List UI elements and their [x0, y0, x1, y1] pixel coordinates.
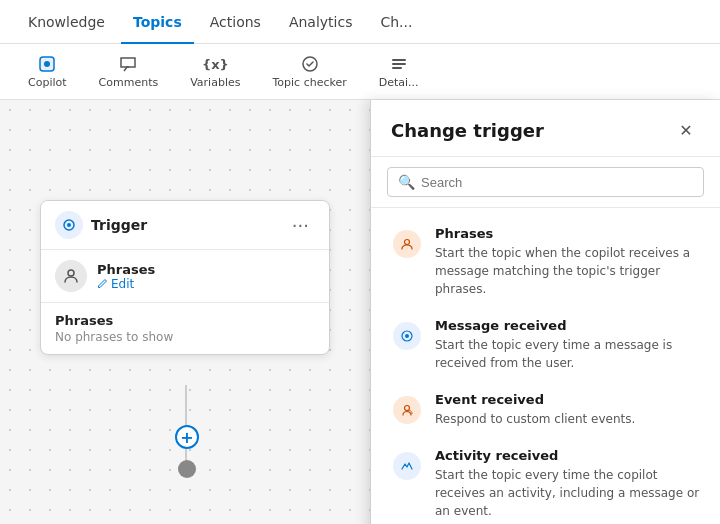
event-option-text: Event received Respond to custom client …	[435, 392, 700, 428]
option-message-received[interactable]: Message received Start the topic every t…	[371, 308, 720, 382]
nav-actions[interactable]: Actions	[198, 0, 273, 44]
connector-line-1	[185, 385, 187, 425]
option-activity-received[interactable]: Activity received Start the topic every …	[371, 438, 720, 524]
phrases-option-icon	[393, 230, 421, 258]
nav-analytics[interactable]: Analytics	[277, 0, 365, 44]
activity-option-desc: Start the topic every time the copilot r…	[435, 466, 700, 520]
message-option-text: Message received Start the topic every t…	[435, 318, 700, 372]
phrases-option-text: Phrases Start the topic when the copilot…	[435, 226, 700, 298]
toolbar-comments[interactable]: Comments	[87, 50, 171, 93]
svg-rect-3	[392, 59, 406, 61]
app-container: Knowledge Topics Actions Analytics Ch...…	[0, 0, 720, 524]
event-option-icon	[393, 396, 421, 424]
panel-close-button[interactable]: ✕	[672, 116, 700, 144]
trigger-card: Trigger ··· Phrases	[40, 200, 330, 355]
end-node	[178, 460, 196, 478]
phrases-section: Phrases Edit 👆	[41, 250, 329, 302]
activity-option-title: Activity received	[435, 448, 700, 463]
toolbar: Copilot Comments {x} Variables Topic c	[0, 44, 720, 100]
phrases-user-icon	[55, 260, 87, 292]
svg-point-8	[68, 270, 74, 276]
event-option-desc: Respond to custom client events.	[435, 410, 700, 428]
edit-phrases-button[interactable]: Edit	[97, 277, 155, 291]
add-step-button[interactable]: +	[175, 425, 199, 449]
content-area: Trigger ··· Phrases	[0, 100, 720, 524]
toolbar-variables[interactable]: {x} Variables	[178, 50, 252, 93]
phrases-option-title: Phrases	[435, 226, 700, 241]
activity-option-icon-wrap	[391, 450, 423, 482]
top-nav: Knowledge Topics Actions Analytics Ch...	[0, 0, 720, 44]
message-option-title: Message received	[435, 318, 700, 333]
message-option-icon	[393, 322, 421, 350]
toolbar-details[interactable]: Detai...	[367, 50, 431, 93]
message-option-desc: Start the topic every time a message is …	[435, 336, 700, 372]
activity-option-text: Activity received Start the topic every …	[435, 448, 700, 520]
phrases-text-column: Phrases Edit	[97, 262, 155, 291]
comments-icon	[118, 54, 138, 74]
search-icon: 🔍	[398, 174, 415, 190]
topic-checker-label: Topic checker	[272, 76, 346, 89]
panel-header: Change trigger ✕	[371, 100, 720, 157]
phrases-title: Phrases	[97, 262, 155, 277]
trigger-title-row: Trigger	[55, 211, 147, 239]
svg-point-7	[67, 223, 71, 227]
svg-point-12	[405, 406, 410, 411]
details-icon	[389, 54, 409, 74]
phrases-option-desc: Start the topic when the copilot receive…	[435, 244, 700, 298]
change-trigger-panel: Change trigger ✕ 🔍	[370, 100, 720, 524]
option-event-received[interactable]: Event received Respond to custom client …	[371, 382, 720, 438]
svg-rect-5	[392, 67, 402, 69]
details-label: Detai...	[379, 76, 419, 89]
trigger-more-button[interactable]: ···	[286, 213, 315, 238]
trigger-options-list: Phrases Start the topic when the copilot…	[371, 208, 720, 524]
topic-checker-icon	[300, 54, 320, 74]
search-box: 🔍	[387, 167, 704, 197]
phrases-info-subtitle: No phrases to show	[55, 330, 315, 344]
nav-knowledge[interactable]: Knowledge	[16, 0, 117, 44]
message-option-icon-wrap	[391, 320, 423, 352]
event-option-title: Event received	[435, 392, 700, 407]
copilot-label: Copilot	[28, 76, 67, 89]
nav-topics[interactable]: Topics	[121, 0, 194, 44]
svg-point-9	[405, 240, 410, 245]
variables-label: Variables	[190, 76, 240, 89]
search-input[interactable]	[421, 175, 693, 190]
svg-point-1	[44, 61, 50, 67]
toolbar-topic-checker[interactable]: Topic checker	[260, 50, 358, 93]
trigger-title: Trigger	[91, 217, 147, 233]
svg-rect-4	[392, 63, 406, 65]
panel-title: Change trigger	[391, 120, 544, 141]
copilot-icon	[37, 54, 57, 74]
nav-ch[interactable]: Ch...	[368, 0, 424, 44]
svg-point-11	[405, 334, 409, 338]
trigger-header: Trigger ···	[41, 201, 329, 250]
phrases-option-icon-wrap	[391, 228, 423, 260]
comments-label: Comments	[99, 76, 159, 89]
variables-icon: {x}	[205, 54, 225, 74]
toolbar-copilot[interactable]: Copilot	[16, 50, 79, 93]
activity-option-icon	[393, 452, 421, 480]
canvas-area: Trigger ··· Phrases	[0, 100, 370, 524]
phrases-info-box: Phrases No phrases to show	[41, 302, 329, 354]
phrases-info-title: Phrases	[55, 313, 315, 328]
option-phrases[interactable]: Phrases Start the topic when the copilot…	[371, 216, 720, 308]
panel-search-section: 🔍	[371, 157, 720, 208]
trigger-icon	[55, 211, 83, 239]
event-option-icon-wrap	[391, 394, 423, 426]
